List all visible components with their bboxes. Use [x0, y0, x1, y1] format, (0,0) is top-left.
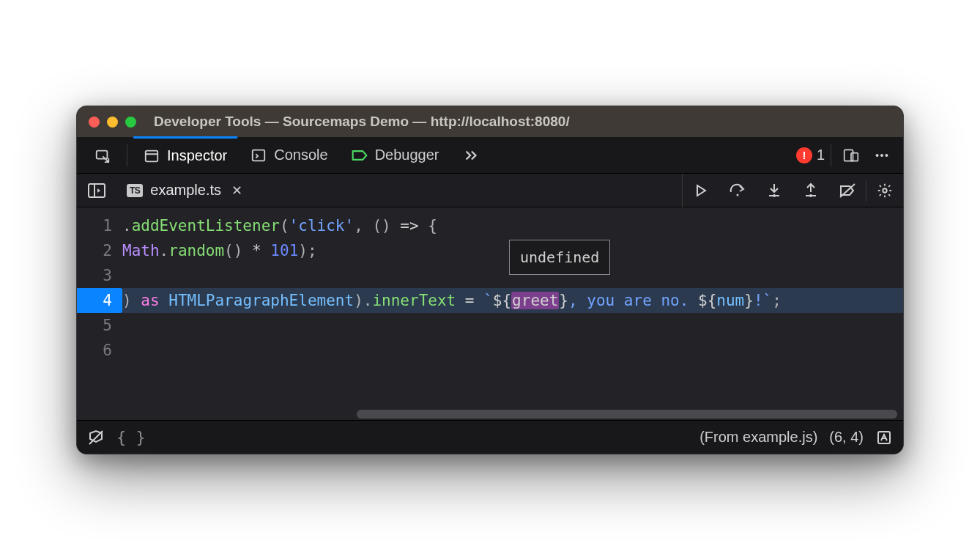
tab-debugger[interactable]: Debugger [341, 137, 450, 174]
zoom-window-button[interactable] [125, 117, 136, 128]
devtools-window: Developer Tools — Sourcemaps Demo — http… [76, 106, 904, 454]
pretty-print-button[interactable]: { } [116, 428, 146, 446]
status-bar: { } (From example.js) (6, 4) [77, 420, 903, 454]
code-line[interactable]: 6 [77, 338, 903, 363]
code-line[interactable]: 1 .addEventListener('click', () => { [77, 213, 903, 238]
line-number[interactable]: 5 [77, 313, 122, 338]
devices-icon [843, 147, 859, 163]
window-title: Developer Tools — Sourcemaps Demo — http… [154, 114, 570, 130]
code-line[interactable]: 2 Math.random() * 101); [77, 238, 903, 263]
more-horizontal-icon [874, 147, 890, 163]
resume-button[interactable] [683, 174, 719, 207]
svg-point-7 [880, 153, 883, 156]
inspector-icon [144, 148, 160, 164]
svg-rect-3 [253, 150, 265, 161]
tab-label: Console [274, 147, 327, 163]
code-line[interactable]: 5 [77, 313, 903, 338]
svg-point-11 [737, 194, 739, 196]
code-editor[interactable]: 1 .addEventListener('click', () => { 2 M… [77, 207, 903, 420]
hovered-variable[interactable]: greet [511, 292, 559, 309]
cursor-position: (6, 4) [829, 429, 864, 446]
debugger-icon [352, 147, 368, 163]
svg-point-6 [876, 153, 879, 156]
line-number[interactable]: 6 [77, 338, 122, 363]
minimize-window-button[interactable] [107, 117, 118, 128]
console-icon [250, 147, 267, 163]
close-window-button[interactable] [89, 117, 100, 128]
line-number[interactable]: 4 [77, 288, 122, 313]
horizontal-scrollbar[interactable] [122, 408, 903, 420]
source-origin: (From example.js) [699, 429, 817, 446]
tab-label: Debugger [375, 147, 439, 163]
responsive-mode-button[interactable] [837, 137, 865, 174]
deactivate-breakpoints-button[interactable] [829, 174, 866, 207]
pick-element-button[interactable] [84, 137, 121, 174]
separator [127, 144, 127, 166]
svg-rect-5 [851, 152, 858, 161]
line-number[interactable]: 1 [77, 213, 122, 238]
tooltip-value: undefined [520, 248, 599, 266]
pick-element-icon [94, 147, 111, 163]
tab-label: Inspector [167, 147, 227, 164]
debugger-settings-button[interactable] [866, 174, 903, 207]
error-count: 1 [817, 147, 825, 163]
titlebar[interactable]: Developer Tools — Sourcemaps Demo — http… [77, 106, 903, 137]
line-number[interactable]: 3 [77, 263, 122, 288]
debugger-controls [682, 174, 903, 207]
step-over-button[interactable] [719, 174, 756, 207]
svg-rect-9 [89, 184, 105, 197]
error-icon: ! [796, 147, 812, 163]
sources-tree-toggle[interactable] [77, 182, 116, 199]
blackbox-button[interactable] [87, 429, 105, 446]
scroll-thumb[interactable] [357, 410, 897, 419]
value-tooltip: undefined [509, 240, 610, 275]
kebab-menu-button[interactable] [868, 137, 896, 174]
chevron-double-right-icon [463, 147, 479, 163]
step-in-button[interactable] [756, 174, 792, 207]
overflow-tabs-button[interactable] [453, 137, 489, 174]
svg-rect-1 [146, 150, 158, 161]
svg-rect-0 [97, 150, 108, 158]
svg-point-8 [885, 153, 888, 156]
file-tab-bar: TS example.ts ✕ [77, 174, 903, 207]
devtools-toolbar: Inspector Console Debugger ! 1 [77, 137, 903, 174]
close-tab-button[interactable]: ✕ [231, 183, 242, 199]
file-tab[interactable]: TS example.ts ✕ [116, 174, 253, 207]
file-name: example.ts [150, 182, 221, 199]
svg-point-13 [773, 194, 776, 197]
file-type-badge: TS [127, 184, 143, 197]
step-out-button[interactable] [792, 174, 829, 207]
sourcemap-button[interactable] [875, 429, 893, 446]
svg-point-15 [809, 194, 812, 197]
code-line-current[interactable]: 4 ) as HTMLParagraphElement).innerText =… [77, 288, 903, 313]
error-count-badge[interactable]: ! 1 [796, 147, 825, 163]
svg-point-17 [883, 188, 887, 193]
window-controls [89, 117, 136, 128]
code-line[interactable]: 3 [77, 263, 903, 288]
tab-inspector[interactable]: Inspector [133, 136, 237, 173]
tab-console[interactable]: Console [240, 137, 338, 174]
line-number[interactable]: 2 [77, 238, 122, 263]
separator [831, 144, 831, 166]
